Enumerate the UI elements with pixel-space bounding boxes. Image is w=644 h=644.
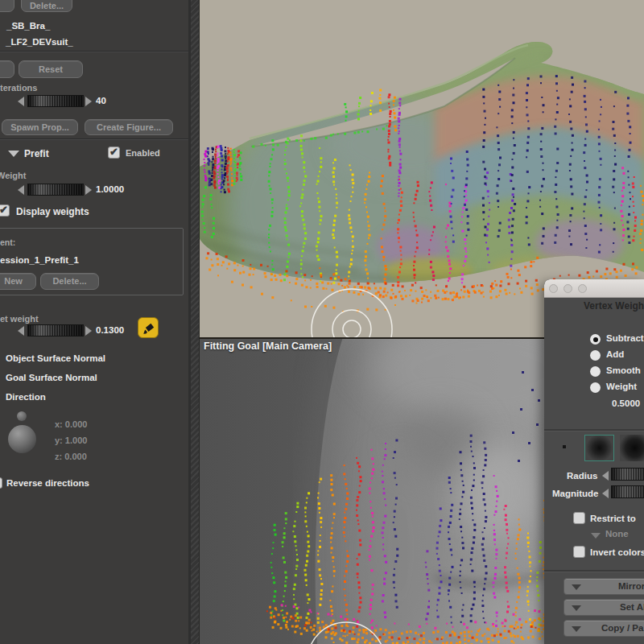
enabled-checkbox[interactable]: ✔ xyxy=(108,147,120,159)
copy-paste-section-button[interactable]: Copy / Pa xyxy=(564,620,644,637)
close-window-icon[interactable] xyxy=(549,284,558,293)
set-weight-value: 0.1300 xyxy=(96,325,124,335)
display-weights-checkbox[interactable]: ✔ xyxy=(0,204,10,217)
set-all-section-button[interactable]: Set All xyxy=(564,599,644,616)
weight-slider: 1.0000 xyxy=(0,184,188,196)
brush-value: 0.5000 xyxy=(612,398,640,408)
paint-weights-button[interactable] xyxy=(138,317,159,338)
application-window: Delete... _SB_Bra_ _LF2_DEVsuit_ Reset t… xyxy=(0,0,644,644)
session-current-label: ent: xyxy=(0,237,15,247)
iterations-slider: 40 xyxy=(0,95,188,108)
radio-add-label: Add xyxy=(606,349,624,359)
set-weight-increment[interactable] xyxy=(85,326,92,336)
prefit-collapse-icon[interactable] xyxy=(8,151,19,157)
check-icon: ✔ xyxy=(0,204,8,216)
weight-slider-track[interactable] xyxy=(27,184,84,196)
invert-colors-label: Invert colors xyxy=(590,547,644,557)
radio-smooth-label: Smooth xyxy=(606,365,641,375)
radio-subtract[interactable] xyxy=(590,334,601,345)
reverse-directions-checkbox[interactable] xyxy=(0,477,2,489)
session-delete-button[interactable]: Delete... xyxy=(40,273,99,290)
restrict-dropdown-value[interactable]: None xyxy=(605,529,629,539)
partial-button-reset-row[interactable] xyxy=(0,60,14,78)
prop-name-sb-bra[interactable]: _SB_Bra_ xyxy=(6,21,50,31)
mirror-label: Mirror xyxy=(618,581,644,591)
session-new-button[interactable]: New xyxy=(0,273,36,290)
prop-name-lf2-devsuit[interactable]: _LF2_DEVsuit_ xyxy=(6,37,73,47)
magnitude-decrement[interactable] xyxy=(602,489,609,498)
iterations-value: 40 xyxy=(96,96,106,105)
brush-icon xyxy=(142,321,156,336)
window-titlebar[interactable] xyxy=(544,279,644,298)
set-weight-slider-track[interactable] xyxy=(27,324,84,336)
radio-weight[interactable] xyxy=(590,382,601,393)
invert-colors-checkbox[interactable] xyxy=(573,546,585,558)
radius-decrement[interactable] xyxy=(602,471,609,481)
spawn-prop-button[interactable]: Spawn Prop... xyxy=(2,119,78,135)
prefit-section-title[interactable]: Prefit xyxy=(24,148,49,159)
weight-increment[interactable] xyxy=(85,185,92,195)
vertex-weights-window: Vertex Weight Subtract Add Smooth Weight… xyxy=(544,279,644,644)
option-object-surface-normal[interactable]: Object Surface Normal xyxy=(6,353,105,363)
radio-subtract-label: Subtract xyxy=(606,333,644,343)
brush-size-dot[interactable] xyxy=(563,445,566,448)
direction-trackball[interactable] xyxy=(8,425,36,453)
magnitude-label: Magnitude xyxy=(552,489,599,498)
viewport-camera-label: Fitting Goal [Main Camera] xyxy=(204,341,332,352)
mirror-collapse-icon xyxy=(572,584,581,590)
radius-label: Radius xyxy=(567,471,597,481)
weight-decrement[interactable] xyxy=(18,185,24,195)
direction-ball-handle[interactable] xyxy=(17,411,27,421)
iterations-decrement[interactable] xyxy=(18,97,24,106)
magnitude-slider-track[interactable] xyxy=(611,485,644,498)
set-all-collapse-icon xyxy=(572,605,581,611)
reverse-directions-label: Reverse directions xyxy=(6,478,89,488)
bra-mesh xyxy=(200,42,644,314)
set-weight-label: et weight xyxy=(0,314,39,324)
brush-preview-large[interactable] xyxy=(620,435,644,461)
panel-splitter[interactable] xyxy=(188,0,200,644)
check-icon: ✔ xyxy=(109,146,118,158)
window-title: Vertex Weight xyxy=(584,300,644,312)
radio-add[interactable] xyxy=(590,350,601,361)
display-weights-label: Display weights xyxy=(16,206,89,217)
set-all-label: Set All xyxy=(620,602,644,612)
mirror-section-button[interactable]: Mirror xyxy=(564,578,644,595)
radio-smooth[interactable] xyxy=(590,366,601,377)
minimize-window-icon[interactable] xyxy=(564,284,572,293)
enabled-label: Enabled xyxy=(126,148,160,158)
option-direction[interactable]: Direction xyxy=(6,392,46,402)
copy-paste-label: Copy / Pa xyxy=(601,623,643,633)
set-weight-decrement[interactable] xyxy=(18,326,24,336)
vertex-weights-body: Vertex Weight Subtract Add Smooth Weight… xyxy=(544,279,644,644)
radio-weight-label: Weight xyxy=(606,382,637,391)
weight-label: Weight xyxy=(0,171,26,180)
left-parameters-panel: Delete... _SB_Bra_ _LF2_DEVsuit_ Reset t… xyxy=(0,0,188,644)
direction-y-value: y: 1.000 xyxy=(55,436,87,445)
option-goal-surface-normal[interactable]: Goal Surface Normal xyxy=(6,373,97,382)
iterations-slider-track[interactable] xyxy=(27,95,84,107)
restrict-to-label: Restrict to xyxy=(590,514,636,523)
direction-x-value: x: 0.000 xyxy=(55,419,87,429)
iterations-label: terations xyxy=(0,83,37,93)
reset-button[interactable]: Reset xyxy=(19,60,83,78)
copy-paste-collapse-icon xyxy=(572,626,581,632)
delete-prop-button[interactable]: Delete... xyxy=(21,0,72,12)
weight-value: 1.0000 xyxy=(96,184,124,194)
partial-button-top[interactable] xyxy=(0,0,14,12)
brush-preview-selected[interactable] xyxy=(584,435,614,461)
set-weight-slider: 0.1300 xyxy=(0,324,188,337)
iterations-increment[interactable] xyxy=(85,97,92,106)
create-figure-button[interactable]: Create Figure... xyxy=(85,119,173,135)
direction-z-value: z: 0.000 xyxy=(55,452,87,461)
restrict-dropdown-icon[interactable] xyxy=(591,533,601,539)
radius-slider-track[interactable] xyxy=(611,468,644,481)
zoom-window-icon[interactable] xyxy=(578,284,587,293)
restrict-to-checkbox[interactable] xyxy=(573,512,585,524)
session-name: ession_1_Prefit_1 xyxy=(0,255,79,265)
